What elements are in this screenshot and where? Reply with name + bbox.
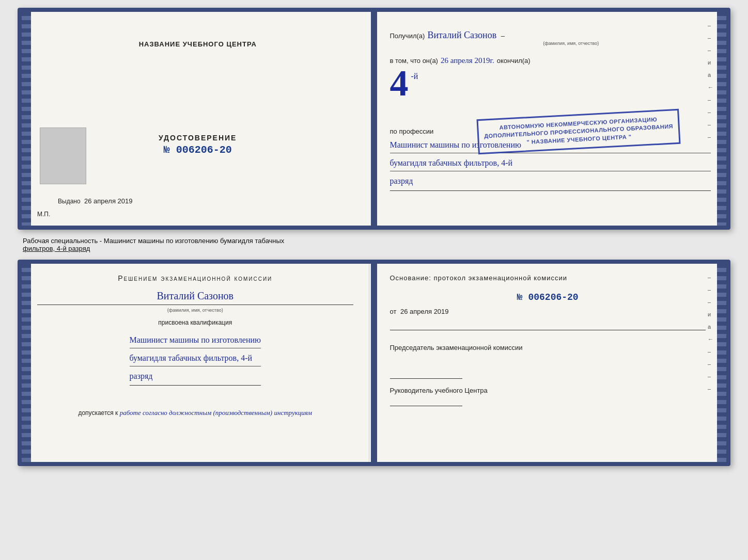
dash-separator: – (499, 32, 505, 40)
info-text-prefix: Рабочая специальность - Машинист машины … (23, 237, 284, 245)
info-text-underline: фильтров, 4-й разряд (23, 245, 90, 252)
rukovoditel-label: Руководитель учебного Центра (390, 386, 706, 395)
bottom-right-decorative-strip (717, 264, 726, 462)
assigned-label: присвоена квалификация (158, 319, 232, 326)
qualification-underline (130, 385, 261, 386)
info-strip: Рабочая специальность - Машинист машины … (18, 235, 730, 254)
qualification-line2: бумагидля табачных фильтров, 4-й (130, 351, 261, 366)
recipient-prefix: Получил(а) (390, 32, 425, 40)
separator-line (390, 330, 706, 330)
vtom-row: в том, что он(а) 26 апреля 2019г. окончи… (390, 56, 711, 65)
ot-date: 26 апреля 2019 (400, 308, 449, 315)
top-left-page: НАЗВАНИЕ УЧЕБНОГО ЦЕНТРА УДОСТОВЕРЕНИЕ №… (22, 12, 375, 226)
photo-placeholder (40, 127, 86, 184)
recipient-caption: (фамилия, имя, отчество) (431, 41, 711, 46)
profession-underline (390, 190, 711, 191)
dopuskaetsya-text: работе согласно должностным (производств… (120, 409, 312, 417)
predsedatel-signature-line (390, 378, 462, 379)
person-name: Виталий Сазонов (157, 290, 233, 301)
rukovoditel-signature-line (390, 406, 462, 406)
й-suffix: -й (411, 72, 418, 81)
cert-number: № 006206-20 (164, 144, 232, 156)
issued-date: 26 апреля 2019 (84, 197, 133, 205)
top-certificate-book: НАЗВАНИЕ УЧЕБНОГО ЦЕНТРА УДОСТОВЕРЕНИЕ №… (18, 8, 730, 230)
komissia-title: Решением экзаменационной комиссии (118, 274, 272, 282)
osnovanye-label: Основание: протокол экзаменационной коми… (390, 274, 706, 282)
bottom-right-page: Основание: протокол экзаменационной коми… (369, 264, 727, 462)
qualification-line3: разряд (130, 369, 261, 384)
ot-date-row: от 26 апреля 2019 (390, 308, 706, 315)
top-right-page: Получил(а) Виталий Сазонов – (фамилия, и… (375, 12, 727, 226)
bottom-right-side-decorations: – – – и а ← – – – – (708, 274, 713, 392)
predsedatel-label: Председатель экзаменационной комиссии (390, 343, 706, 353)
right-side-decorations: – – – и а ← – – – – (708, 22, 713, 140)
cert-label: УДОСТОВЕРЕНИЕ (159, 134, 237, 142)
recipient-row: Получил(а) Виталий Сазонов – (390, 30, 711, 41)
profession-line2: бумагидля табачных фильтров, 4-й (390, 156, 711, 171)
person-caption: (фамилия, имя, отчество) (167, 308, 223, 313)
protocol-number: № 006206-20 (390, 292, 706, 302)
okончил-label: окончил(а) (497, 57, 531, 65)
dopuskaetsya-row: допускается к работе согласно должностны… (78, 409, 312, 417)
training-center-title: НАЗВАНИЕ УЧЕБНОГО ЦЕНТРА (37, 40, 359, 48)
mp-label: М.П. (37, 211, 50, 218)
person-name-underline (37, 305, 353, 305)
ot-prefix: от (390, 308, 397, 315)
bottom-left-page: Решением экзаменационной комиссии Витали… (22, 264, 369, 462)
right-decorative-strip (717, 12, 726, 226)
issued-date-row: Выдано 26 апреля 2019 (58, 197, 132, 205)
recipient-name: Виталий Сазонов (427, 30, 496, 41)
big-number-4: 4 (390, 68, 409, 99)
issued-prefix: Выдано (58, 198, 81, 205)
bottom-certificate-book: Решением экзаменационной комиссии Витали… (18, 260, 730, 466)
dopuskaetsya-prefix: допускается к (78, 409, 118, 417)
profession-line3: разряд (390, 174, 711, 189)
vtom-date: 26 апреля 2019г. (441, 56, 494, 65)
qualification-line1: Машинист машины по изготовлению (130, 333, 261, 348)
